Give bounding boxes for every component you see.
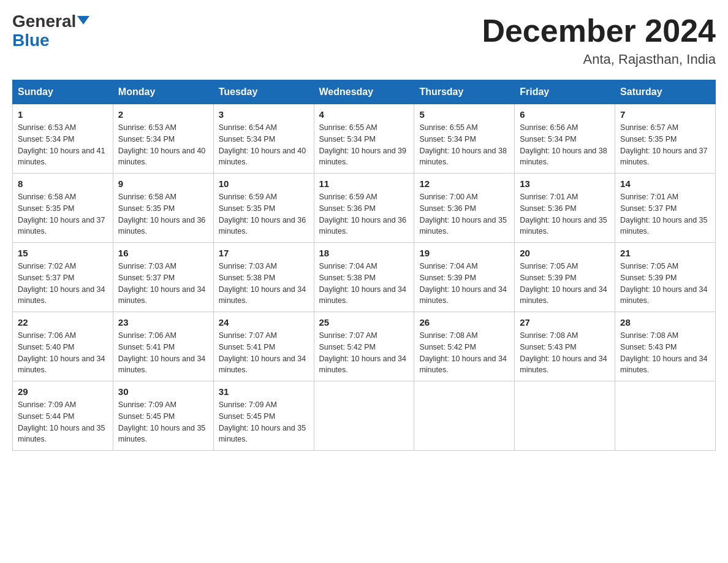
day-number: 30 bbox=[118, 386, 208, 397]
day-number: 11 bbox=[319, 178, 409, 189]
day-info: Sunrise: 6:58 AMSunset: 5:35 PMDaylight:… bbox=[118, 191, 208, 237]
day-number: 26 bbox=[419, 317, 509, 327]
header-tuesday: Tuesday bbox=[213, 80, 314, 104]
day-info: Sunrise: 7:08 AMSunset: 5:42 PMDaylight:… bbox=[419, 330, 509, 376]
calendar-cell: 27Sunrise: 7:08 AMSunset: 5:43 PMDayligh… bbox=[515, 312, 615, 381]
calendar-cell: 24Sunrise: 7:07 AMSunset: 5:41 PMDayligh… bbox=[213, 312, 314, 381]
day-info: Sunrise: 7:03 AMSunset: 5:38 PMDaylight:… bbox=[219, 261, 309, 307]
day-info: Sunrise: 7:09 AMSunset: 5:44 PMDaylight:… bbox=[18, 399, 108, 445]
day-number: 3 bbox=[219, 109, 309, 120]
day-number: 15 bbox=[18, 248, 108, 258]
calendar-cell: 25Sunrise: 7:07 AMSunset: 5:42 PMDayligh… bbox=[314, 312, 414, 381]
day-info: Sunrise: 7:05 AMSunset: 5:39 PMDaylight:… bbox=[620, 261, 710, 307]
day-number: 14 bbox=[620, 178, 710, 189]
calendar-cell: 7Sunrise: 6:57 AMSunset: 5:35 PMDaylight… bbox=[615, 104, 716, 174]
calendar-cell: 29Sunrise: 7:09 AMSunset: 5:44 PMDayligh… bbox=[13, 381, 113, 451]
week-row-3: 15Sunrise: 7:02 AMSunset: 5:37 PMDayligh… bbox=[13, 243, 716, 312]
calendar-cell bbox=[615, 381, 716, 451]
calendar-cell: 13Sunrise: 7:01 AMSunset: 5:36 PMDayligh… bbox=[515, 174, 615, 243]
day-number: 9 bbox=[118, 178, 208, 189]
day-number: 21 bbox=[620, 248, 710, 258]
logo-triangle-icon bbox=[77, 16, 89, 25]
day-info: Sunrise: 6:53 AMSunset: 5:34 PMDaylight:… bbox=[18, 122, 108, 168]
calendar-cell: 31Sunrise: 7:09 AMSunset: 5:45 PMDayligh… bbox=[213, 381, 314, 451]
day-info: Sunrise: 7:08 AMSunset: 5:43 PMDaylight:… bbox=[620, 330, 710, 376]
calendar-cell: 11Sunrise: 6:59 AMSunset: 5:36 PMDayligh… bbox=[314, 174, 414, 243]
day-info: Sunrise: 6:58 AMSunset: 5:35 PMDaylight:… bbox=[18, 191, 108, 237]
day-info: Sunrise: 7:05 AMSunset: 5:39 PMDaylight:… bbox=[520, 261, 610, 307]
location-subtitle: Anta, Rajasthan, India bbox=[482, 52, 716, 67]
day-number: 31 bbox=[219, 386, 309, 397]
day-info: Sunrise: 7:04 AMSunset: 5:38 PMDaylight:… bbox=[319, 261, 409, 307]
day-number: 20 bbox=[520, 248, 610, 258]
calendar-cell: 30Sunrise: 7:09 AMSunset: 5:45 PMDayligh… bbox=[113, 381, 213, 451]
header-saturday: Saturday bbox=[615, 80, 716, 104]
logo-general-text: General bbox=[12, 12, 76, 31]
header-sunday: Sunday bbox=[13, 80, 113, 104]
day-info: Sunrise: 7:07 AMSunset: 5:41 PMDaylight:… bbox=[219, 330, 309, 376]
title-section: December 2024 Anta, Rajasthan, India bbox=[482, 12, 716, 67]
calendar-body: 1Sunrise: 6:53 AMSunset: 5:34 PMDaylight… bbox=[13, 104, 716, 451]
month-title: December 2024 bbox=[482, 12, 716, 49]
day-number: 10 bbox=[219, 178, 309, 189]
day-number: 25 bbox=[319, 317, 409, 327]
calendar-cell bbox=[314, 381, 414, 451]
day-info: Sunrise: 7:09 AMSunset: 5:45 PMDaylight:… bbox=[118, 399, 208, 445]
calendar-cell: 17Sunrise: 7:03 AMSunset: 5:38 PMDayligh… bbox=[213, 243, 314, 312]
header-thursday: Thursday bbox=[414, 80, 515, 104]
day-number: 7 bbox=[620, 109, 710, 120]
calendar-cell bbox=[515, 381, 615, 451]
day-number: 28 bbox=[620, 317, 710, 327]
calendar-cell: 18Sunrise: 7:04 AMSunset: 5:38 PMDayligh… bbox=[314, 243, 414, 312]
day-info: Sunrise: 6:54 AMSunset: 5:34 PMDaylight:… bbox=[219, 122, 309, 168]
header-friday: Friday bbox=[515, 80, 615, 104]
calendar-cell: 10Sunrise: 6:59 AMSunset: 5:35 PMDayligh… bbox=[213, 174, 314, 243]
day-number: 4 bbox=[319, 109, 409, 120]
day-number: 27 bbox=[520, 317, 610, 327]
calendar-cell: 21Sunrise: 7:05 AMSunset: 5:39 PMDayligh… bbox=[615, 243, 716, 312]
day-number: 8 bbox=[18, 178, 108, 189]
day-number: 2 bbox=[118, 109, 208, 120]
week-row-2: 8Sunrise: 6:58 AMSunset: 5:35 PMDaylight… bbox=[13, 174, 716, 243]
day-info: Sunrise: 7:07 AMSunset: 5:42 PMDaylight:… bbox=[319, 330, 409, 376]
calendar-cell: 2Sunrise: 6:53 AMSunset: 5:34 PMDaylight… bbox=[113, 104, 213, 174]
calendar-cell: 1Sunrise: 6:53 AMSunset: 5:34 PMDaylight… bbox=[13, 104, 113, 174]
day-number: 18 bbox=[319, 248, 409, 258]
day-number: 12 bbox=[419, 178, 509, 189]
day-number: 19 bbox=[419, 248, 509, 258]
day-info: Sunrise: 6:55 AMSunset: 5:34 PMDaylight:… bbox=[419, 122, 509, 168]
calendar-cell: 5Sunrise: 6:55 AMSunset: 5:34 PMDaylight… bbox=[414, 104, 515, 174]
day-info: Sunrise: 7:02 AMSunset: 5:37 PMDaylight:… bbox=[18, 261, 108, 307]
day-info: Sunrise: 7:00 AMSunset: 5:36 PMDaylight:… bbox=[419, 191, 509, 237]
day-info: Sunrise: 6:55 AMSunset: 5:34 PMDaylight:… bbox=[319, 122, 409, 168]
week-row-1: 1Sunrise: 6:53 AMSunset: 5:34 PMDaylight… bbox=[13, 104, 716, 174]
calendar-table: SundayMondayTuesdayWednesdayThursdayFrid… bbox=[12, 80, 716, 451]
day-info: Sunrise: 6:56 AMSunset: 5:34 PMDaylight:… bbox=[520, 122, 610, 168]
day-info: Sunrise: 7:04 AMSunset: 5:39 PMDaylight:… bbox=[419, 261, 509, 307]
day-number: 22 bbox=[18, 317, 108, 327]
calendar-cell: 26Sunrise: 7:08 AMSunset: 5:42 PMDayligh… bbox=[414, 312, 515, 381]
header-wednesday: Wednesday bbox=[314, 80, 414, 104]
page-header: General Blue December 2024 Anta, Rajasth… bbox=[12, 12, 716, 67]
calendar-cell bbox=[414, 381, 515, 451]
day-info: Sunrise: 6:59 AMSunset: 5:35 PMDaylight:… bbox=[219, 191, 309, 237]
day-info: Sunrise: 7:08 AMSunset: 5:43 PMDaylight:… bbox=[520, 330, 610, 376]
day-info: Sunrise: 6:59 AMSunset: 5:36 PMDaylight:… bbox=[319, 191, 409, 237]
day-info: Sunrise: 7:03 AMSunset: 5:37 PMDaylight:… bbox=[118, 261, 208, 307]
day-info: Sunrise: 7:01 AMSunset: 5:37 PMDaylight:… bbox=[620, 191, 710, 237]
day-info: Sunrise: 6:57 AMSunset: 5:35 PMDaylight:… bbox=[620, 122, 710, 168]
day-info: Sunrise: 6:53 AMSunset: 5:34 PMDaylight:… bbox=[118, 122, 208, 168]
calendar-cell: 8Sunrise: 6:58 AMSunset: 5:35 PMDaylight… bbox=[13, 174, 113, 243]
calendar-cell: 12Sunrise: 7:00 AMSunset: 5:36 PMDayligh… bbox=[414, 174, 515, 243]
day-number: 23 bbox=[118, 317, 208, 327]
day-number: 5 bbox=[419, 109, 509, 120]
header-monday: Monday bbox=[113, 80, 213, 104]
day-info: Sunrise: 7:06 AMSunset: 5:40 PMDaylight:… bbox=[18, 330, 108, 376]
day-number: 1 bbox=[18, 109, 108, 120]
calendar-cell: 6Sunrise: 6:56 AMSunset: 5:34 PMDaylight… bbox=[515, 104, 615, 174]
day-number: 6 bbox=[520, 109, 610, 120]
day-info: Sunrise: 7:01 AMSunset: 5:36 PMDaylight:… bbox=[520, 191, 610, 237]
calendar-cell: 15Sunrise: 7:02 AMSunset: 5:37 PMDayligh… bbox=[13, 243, 113, 312]
day-info: Sunrise: 7:09 AMSunset: 5:45 PMDaylight:… bbox=[219, 399, 309, 445]
calendar-cell: 22Sunrise: 7:06 AMSunset: 5:40 PMDayligh… bbox=[13, 312, 113, 381]
